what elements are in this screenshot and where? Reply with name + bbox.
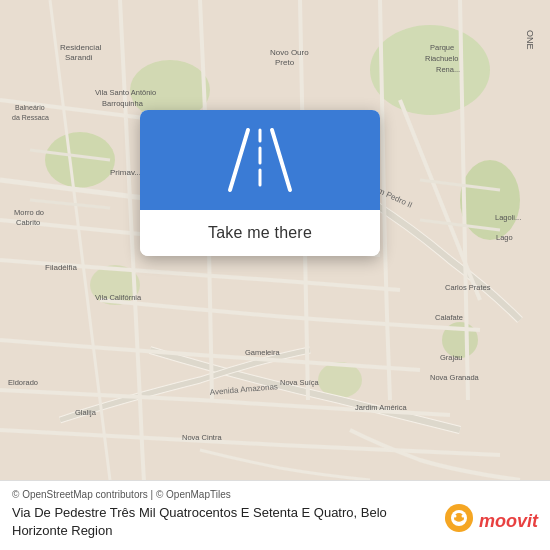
svg-text:Jardim América: Jardim América xyxy=(355,403,408,412)
moovit-pin-icon xyxy=(443,504,475,540)
svg-text:Filadélfia: Filadélfia xyxy=(45,263,78,272)
svg-text:Calafate: Calafate xyxy=(435,313,463,322)
svg-text:Residencial: Residencial xyxy=(60,43,102,52)
svg-text:Rena...: Rena... xyxy=(436,65,460,74)
svg-text:Cabrito: Cabrito xyxy=(16,218,40,227)
moovit-brand-text: moovit xyxy=(479,511,538,532)
svg-text:Grajau: Grajau xyxy=(440,353,463,362)
map-roads: Avenida Dom Pedro II Avenida Amazonas Re… xyxy=(0,0,550,550)
svg-point-44 xyxy=(453,514,456,517)
svg-text:Nova Suíça: Nova Suíça xyxy=(280,378,320,387)
svg-text:da Ressaca: da Ressaca xyxy=(12,114,49,121)
map-attribution: © OpenStreetMap contributors | © OpenMap… xyxy=(12,489,538,500)
map-container: Avenida Dom Pedro II Avenida Amazonas Re… xyxy=(0,0,550,550)
svg-text:Lagoli...: Lagoli... xyxy=(495,213,521,222)
svg-text:Vila Califórnia: Vila Califórnia xyxy=(95,293,142,302)
svg-text:Nova Granada: Nova Granada xyxy=(430,373,480,382)
take-me-there-button[interactable]: Take me there xyxy=(140,210,380,256)
svg-text:Gameleira: Gameleira xyxy=(245,348,280,357)
card-image xyxy=(140,110,380,210)
svg-text:ONE: ONE xyxy=(525,30,535,50)
svg-text:Parque: Parque xyxy=(430,43,454,52)
svg-text:Barroquinha: Barroquinha xyxy=(102,99,144,108)
svg-text:Vila Santo Antônio: Vila Santo Antônio xyxy=(95,88,156,97)
svg-text:Primav...: Primav... xyxy=(110,168,141,177)
bottom-content: Via De Pedestre Três Mil Quatrocentos E … xyxy=(12,504,538,540)
card-overlay: Take me there xyxy=(140,110,380,256)
svg-text:Novo Ouro: Novo Ouro xyxy=(270,48,309,57)
svg-text:Preto: Preto xyxy=(275,58,295,67)
bottom-bar: © OpenStreetMap contributors | © OpenMap… xyxy=(0,480,550,550)
svg-text:Lago: Lago xyxy=(496,233,513,242)
svg-text:Nova Cintra: Nova Cintra xyxy=(182,433,222,442)
svg-text:Balneário: Balneário xyxy=(15,104,45,111)
location-text: Via De Pedestre Três Mil Quatrocentos E … xyxy=(12,504,433,540)
svg-point-1 xyxy=(370,25,490,115)
moovit-logo: moovit xyxy=(443,504,538,540)
svg-text:Sarandi: Sarandi xyxy=(65,53,93,62)
svg-point-45 xyxy=(461,514,464,517)
svg-text:Eldorado: Eldorado xyxy=(8,378,38,387)
svg-text:Riachuelo: Riachuelo xyxy=(425,54,458,63)
road-icon xyxy=(220,125,300,195)
svg-text:Carlos Prates: Carlos Prates xyxy=(445,283,491,292)
svg-text:Glalija: Glalija xyxy=(75,408,97,417)
svg-text:Morro do: Morro do xyxy=(14,208,44,217)
